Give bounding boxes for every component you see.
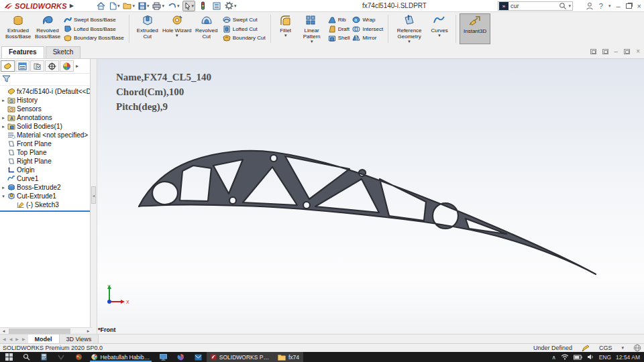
feature-tree-tab[interactable] [1,60,15,72]
search-input[interactable]: cur [511,3,559,9]
linear-pattern-button[interactable]: Linear Pattern ▾ [297,13,327,44]
tree-row-sketch3[interactable]: (-) Sketch3 [0,200,90,209]
panel-splitter[interactable]: ◂ [91,59,97,334]
display-manager-tab[interactable] [60,60,74,72]
open-button[interactable]: ▾ [122,1,136,11]
taskbar-pinned-app-button[interactable] [52,352,70,362]
mirror-button[interactable]: Mirror [352,34,383,42]
undo-button[interactable]: ▾ [167,1,180,11]
restore-button[interactable] [626,3,632,9]
extruded-boss-base-button[interactable]: Extruded Boss/Base [3,13,33,44]
fillet-button[interactable]: Fillet ▾ [274,13,297,44]
rib-button[interactable]: Rib [328,15,350,24]
tab-sketch[interactable]: Sketch [46,46,81,58]
extruded-cut-button[interactable]: Extruded Cut [133,13,162,44]
tab-nav-next[interactable]: ▶ [14,337,20,341]
logo-flyout-arrow[interactable]: ▶ [70,3,74,9]
tree-row-solid-bodies[interactable]: ▸ Solid Bodies(1) [0,122,90,131]
tab-nav-first[interactable]: ◀ [1,337,7,341]
taskbar-task-folder[interactable]: fx74 [274,352,303,362]
taskbar-game-app-button[interactable] [70,352,87,362]
reference-geometry-button[interactable]: Reference Geometry ▾ [392,13,427,44]
configuration-manager-tab[interactable] [30,60,44,72]
tab-nav-last[interactable]: ▶ [21,337,27,341]
scroll-right-button[interactable]: ▸ [85,328,92,334]
tree-row-front-plane[interactable]: Front Plane [0,139,90,148]
save-button[interactable]: ▾ [138,1,150,11]
taskbar-task-solidworks[interactable]: SOLIDWORKS Premiu... [207,352,274,362]
help-button[interactable]: ? [599,1,603,11]
tree-row-material[interactable]: Material <not specified> [0,131,90,139]
doc-minimize-button[interactable]: – [614,48,619,55]
clock[interactable]: 12:54 AM [616,354,640,361]
tab-model[interactable]: Model [28,335,60,343]
tab-features[interactable]: Features [1,46,44,58]
linear-pattern-dropdown[interactable]: ▾ [311,40,313,44]
user-account-icon[interactable] [586,2,594,10]
curves-dropdown[interactable]: ▾ [438,34,441,38]
panel-horizontal-scrollbar[interactable]: ◂ ▸ [0,327,92,334]
performance-button[interactable] [197,1,209,11]
tab-3d-views[interactable]: 3D Views [60,335,99,343]
options-button[interactable]: ▾ [224,1,237,11]
search-dropdown[interactable]: ▾ [568,3,571,9]
minimize-button[interactable]: – [616,1,620,11]
select-tool-button[interactable]: ▾ [182,1,196,11]
units-label[interactable]: CGS [599,345,612,351]
tree-row-curve1[interactable]: Curve1 [0,174,90,183]
tree-row-sensors[interactable]: Sensors [0,105,90,113]
tree-row-part[interactable]: fx74cl5140-i (Default<<Default>_Disp [0,87,90,96]
taskbar-task-chrome[interactable]: Hebatullah Habibi An... [87,352,154,362]
tree-row-top-plane[interactable]: Top Plane [0,148,90,157]
language-indicator[interactable]: ENG [599,354,611,361]
start-button[interactable] [0,352,17,362]
swept-boss-base-button[interactable]: Swept Boss/Base [64,15,124,24]
scroll-left-button[interactable]: ◂ [0,328,7,334]
print-button[interactable]: ▾ [152,1,165,11]
fillet-dropdown[interactable]: ▾ [284,34,287,38]
revolved-cut-button[interactable]: Revolved Cut [192,13,221,44]
doc-window-icon[interactable] [590,49,596,54]
search-scope-icon[interactable]: » [499,2,508,10]
units-dropdown[interactable]: ▾ [621,345,624,351]
taskbar-mail-button[interactable] [189,352,207,362]
lofted-boss-base-button[interactable]: Lofted Boss/Base [64,25,124,34]
home-button[interactable] [95,1,107,11]
taskbar-photos-button[interactable] [172,352,189,362]
revolved-boss-base-button[interactable]: Revolved Boss/Base [33,13,62,44]
draft-button[interactable]: Draft [328,25,350,34]
property-manager-tab[interactable] [15,60,30,72]
doc-restore-button[interactable] [624,49,630,54]
rollback-bar[interactable] [0,210,90,212]
search-box[interactable]: » cur ▾ [498,1,573,11]
lofted-cut-button[interactable]: Lofted Cut [223,25,266,34]
doc-window-icon[interactable] [602,49,608,54]
instant3d-button[interactable]: Instant3D [460,13,490,44]
boundary-boss-base-button[interactable]: Boundary Boss/Base [64,34,124,42]
scrollbar-track[interactable] [7,328,85,334]
wifi-icon[interactable] [561,354,569,360]
tags-globe-icon[interactable] [633,344,641,352]
battery-icon[interactable] [574,355,582,360]
swept-cut-button[interactable]: Swept Cut [223,15,266,24]
taskbar-search-button[interactable] [17,352,35,362]
hole-wizard-dropdown[interactable]: ▾ [176,34,178,38]
dimxpert-manager-tab[interactable] [45,60,59,72]
curves-button[interactable]: Curves ▾ [427,13,452,44]
new-document-button[interactable]: ▾ [109,1,121,11]
display-settings-button[interactable] [211,1,222,11]
tree-row-right-plane[interactable]: Right Plane [0,157,90,166]
graphics-viewport[interactable]: Name,FX74_CL5_140 Chord(Cm),100 Pitch(de… [97,59,644,334]
reference-geometry-dropdown[interactable]: ▾ [408,40,411,44]
tree-row-annotations[interactable]: ▸ A Annotations [0,113,90,122]
panel-tabs-overflow[interactable]: ▸ [76,63,78,69]
search-icon[interactable] [559,2,567,10]
tree-row-boss-extrude2[interactable]: ▸ Boss-Extrude2 [0,183,90,192]
splitter-grab-handle[interactable]: ◂ [91,186,96,204]
tree-row-history[interactable]: ▸ History [0,96,90,105]
wrap-button[interactable]: a Wrap [352,15,383,24]
filter-funnel-icon[interactable] [2,75,11,82]
close-button[interactable]: × [637,1,641,11]
speaker-icon[interactable] [587,354,594,360]
taskbar-calculator-button[interactable] [35,352,52,362]
